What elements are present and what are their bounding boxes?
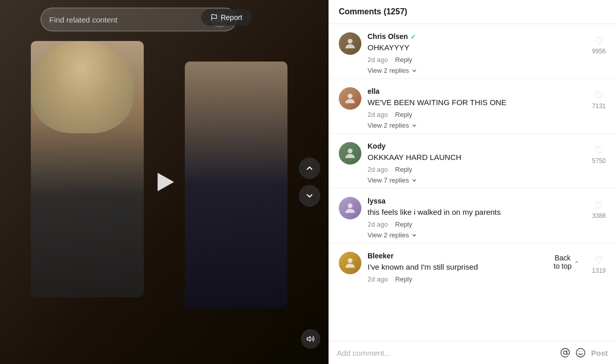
view-replies-chris[interactable]: View 2 replies (368, 67, 417, 74)
comment-input-area: Post (329, 341, 616, 364)
heart-icon-ella[interactable]: ♡ (594, 89, 604, 102)
heart-icon-kody[interactable]: ♡ (594, 144, 604, 156)
username-row-kody: Kody (368, 142, 606, 150)
svg-point-4 (348, 39, 352, 44)
comment-item-lyssa: lyssa this feels like i walked in on my … (329, 189, 616, 244)
heart-icon-lyssa[interactable]: ♡ (594, 199, 604, 211)
heart-icon-bleeker[interactable]: ♡ (594, 254, 604, 266)
view-replies-kody[interactable]: View 7 replies (368, 176, 417, 184)
username-ella: ella (368, 87, 379, 95)
comment-item-ella: ella WE'VE BEEN WAITING FOR THIS ONE 2d … (329, 79, 616, 134)
comment-likes-bleeker: ♡ 1319 (592, 254, 606, 274)
comments-panel: Comments (1257) Chris Olsen ✔ OHKAYYYY 2… (329, 0, 616, 364)
mention-button[interactable] (560, 348, 570, 358)
comments-header: Comments (1257) (329, 0, 616, 24)
comment-body-ella: ella WE'VE BEEN WAITING FOR THIS ONE 2d … (368, 87, 606, 129)
comment-text-kody: OKKKAAY HARD LAUNCH (368, 152, 606, 163)
avatar-ella (339, 87, 361, 110)
comment-meta-bleeker: 2d ago Reply (368, 275, 606, 283)
comment-input[interactable] (337, 349, 555, 357)
view-replies-lyssa[interactable]: View 2 replies (368, 231, 417, 239)
username-chris: Chris Olsen (368, 32, 408, 41)
like-count-chris: 9956 (592, 48, 606, 55)
nav-down-button[interactable] (299, 185, 320, 207)
comment-meta-kody: 2d ago Reply (368, 166, 606, 173)
avatar-bleeker (339, 252, 361, 274)
comment-item-kody: Kody OKKKAAY HARD LAUNCH 2d ago Reply Vi… (329, 134, 616, 189)
search-input[interactable] (49, 15, 206, 24)
like-count-ella: 7131 (592, 103, 606, 110)
video-panel: Report (0, 0, 329, 364)
verified-badge-chris: ✔ (411, 33, 416, 41)
heart-icon-chris[interactable]: ♡ (594, 34, 604, 47)
reply-button-ella[interactable]: Reply (395, 111, 412, 118)
video-figure-right (185, 62, 287, 308)
svg-point-9 (564, 351, 567, 355)
comment-time-ella: 2d ago (368, 111, 388, 118)
username-row-lyssa: lyssa (368, 197, 606, 205)
svg-marker-3 (307, 336, 310, 341)
report-label: Report (221, 13, 242, 22)
comment-time-chris: 2d ago (368, 56, 388, 64)
username-kody: Kody (368, 142, 386, 150)
nav-up-button[interactable] (299, 157, 320, 179)
comment-likes-kody: ♡ 5750 (592, 144, 606, 165)
avatar-chris (339, 32, 361, 55)
comment-likes-lyssa: ♡ 3388 (592, 199, 606, 219)
comment-item-bleeker: Bleeker I've known and I'm still surpris… (329, 244, 616, 287)
svg-point-8 (348, 258, 352, 263)
avatar-lyssa (339, 197, 361, 219)
username-bleeker: Bleeker (368, 252, 394, 260)
comment-item-chris: Chris Olsen ✔ OHKAYYYY 2d ago Reply View… (329, 24, 616, 79)
avatar-kody (339, 142, 361, 165)
report-button[interactable]: Report (201, 9, 252, 26)
reply-button-lyssa[interactable]: Reply (395, 220, 412, 228)
svg-point-5 (348, 94, 352, 98)
back-to-top-label: Back to top (553, 254, 572, 270)
comment-body-kody: Kody OKKKAAY HARD LAUNCH 2d ago Reply Vi… (368, 142, 606, 184)
video-background: Report (0, 0, 329, 364)
comments-count-label: Comments (1257) (339, 7, 407, 16)
like-count-lyssa: 3388 (592, 212, 606, 219)
like-count-kody: 5750 (592, 157, 606, 165)
svg-point-7 (348, 204, 352, 208)
comments-list[interactable]: Chris Olsen ✔ OHKAYYYY 2d ago Reply View… (329, 24, 616, 341)
reply-button-kody[interactable]: Reply (395, 166, 412, 173)
reply-button-chris[interactable]: Reply (395, 56, 412, 64)
comment-meta-chris: 2d ago Reply (368, 56, 606, 64)
comment-body-chris: Chris Olsen ✔ OHKAYYYY 2d ago Reply View… (368, 32, 606, 74)
comment-text-lyssa: this feels like i walked in on my parent… (368, 207, 606, 217)
reply-button-bleeker[interactable]: Reply (395, 275, 412, 283)
svg-point-6 (348, 149, 352, 153)
username-row-chris: Chris Olsen ✔ (368, 32, 606, 41)
play-button[interactable] (150, 168, 179, 196)
emoji-button[interactable] (575, 348, 586, 358)
view-replies-ella[interactable]: View 2 replies (368, 122, 417, 129)
back-to-top-button[interactable]: Back to top (553, 254, 579, 270)
comment-likes-chris: ♡ 9956 (592, 34, 606, 55)
username-lyssa: lyssa (368, 197, 386, 205)
comment-likes-ella: ♡ 7131 (592, 89, 606, 110)
volume-button[interactable] (301, 329, 320, 349)
comment-time-lyssa: 2d ago (368, 220, 388, 228)
play-triangle-icon (158, 173, 174, 191)
comment-text-ella: WE'VE BEEN WAITING FOR THIS ONE (368, 97, 606, 108)
comment-text-chris: OHKAYYYY (368, 42, 606, 53)
svg-point-10 (576, 349, 585, 357)
comment-time-kody: 2d ago (368, 166, 388, 173)
username-row-ella: ella (368, 87, 606, 95)
nav-arrows (299, 157, 320, 207)
like-count-bleeker: 1319 (592, 267, 606, 274)
comment-meta-ella: 2d ago Reply (368, 111, 606, 118)
post-button[interactable]: Post (591, 349, 608, 357)
comment-meta-lyssa: 2d ago Reply (368, 220, 606, 228)
video-hair-overlay (31, 41, 133, 133)
comment-body-lyssa: lyssa this feels like i walked in on my … (368, 197, 606, 239)
comment-time-bleeker: 2d ago (368, 275, 388, 283)
